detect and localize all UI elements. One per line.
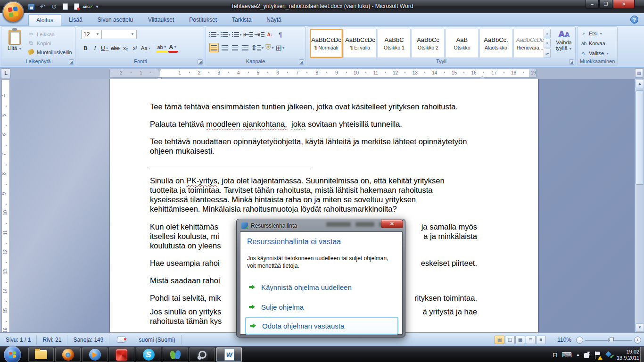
font-color-button[interactable]: A▼ xyxy=(168,43,178,53)
taskbar-button-messenger[interactable] xyxy=(163,347,188,362)
align-right-button[interactable] xyxy=(230,43,239,52)
status-words[interactable]: Sanoja: 149 xyxy=(67,335,109,345)
new-document-icon[interactable] xyxy=(61,3,69,11)
keyboard-layout-icon[interactable]: ⌨ xyxy=(561,352,572,358)
office-button[interactable] xyxy=(2,1,24,23)
change-case-button[interactable]: Aa▼ xyxy=(140,43,152,53)
qat-customize-icon[interactable]: ▼ xyxy=(95,5,99,9)
show-hidden-icons-icon[interactable]: ▲ xyxy=(576,353,580,357)
scrollbar-thumb[interactable] xyxy=(636,90,644,185)
minimize-button[interactable]: ‒ xyxy=(586,0,599,9)
web-layout-view-icon[interactable]: ▦ xyxy=(515,336,525,344)
numbered-list-button[interactable]: ▼ xyxy=(221,30,231,39)
ruler-toggle-button[interactable]: ▤ xyxy=(635,68,643,78)
quick-print-icon[interactable] xyxy=(73,3,81,11)
close-window-button[interactable]: ✕ xyxy=(613,0,635,9)
superscript-button[interactable]: x² xyxy=(131,43,140,53)
line-spacing-button[interactable]: ⇕▼ xyxy=(251,43,264,52)
show-formatting-marks-button[interactable]: ¶ xyxy=(276,30,285,39)
taskbar-button-explorer[interactable] xyxy=(28,347,54,362)
zoom-out-icon[interactable]: − xyxy=(576,337,583,344)
justify-button[interactable] xyxy=(240,43,250,52)
taskbar-button-steam[interactable] xyxy=(190,347,215,362)
style-scroll-up-icon[interactable]: ▲ xyxy=(544,29,551,38)
vertical-ruler[interactable]: 45678910111213141516 xyxy=(1,79,10,332)
tab-sivun-asettelu[interactable]: Sivun asettelu xyxy=(90,14,140,26)
increase-indent-button[interactable]: ⇥ xyxy=(254,30,264,39)
status-proofing[interactable] xyxy=(109,335,133,345)
help-icon[interactable]: ? xyxy=(630,16,638,24)
dropbox-icon[interactable]: ✓ xyxy=(605,351,612,358)
zoom-slider[interactable] xyxy=(585,337,632,344)
paste-button[interactable]: Liitä ▼ xyxy=(4,29,25,58)
command-link-2[interactable]: Sulje ohjelma xyxy=(245,301,398,313)
highlight-color-button[interactable]: ab▼ xyxy=(156,43,167,53)
taskbar-button-media-player[interactable] xyxy=(82,347,107,362)
command-link-1[interactable]: Käynnistä ohjelma uudelleen xyxy=(245,281,398,293)
draft-view-icon[interactable]: ≡ xyxy=(536,336,546,344)
show-desktop-button[interactable] xyxy=(640,347,644,362)
style-otsikko-1[interactable]: AaBbCOtsikko 1 xyxy=(378,29,411,58)
subscript-button[interactable]: x₂ xyxy=(121,43,130,53)
dialog-title-bar[interactable]: Resurssienhallinta xyxy=(241,222,297,230)
right-indent-marker[interactable] xyxy=(480,73,485,79)
tab-postitukset[interactable]: Postitukset xyxy=(182,14,224,26)
zoom-level[interactable]: 110% xyxy=(552,337,571,343)
styles-dialog-launcher-icon[interactable]: ◢ xyxy=(569,59,574,65)
zoom-slider-thumb[interactable] xyxy=(610,337,614,343)
bullet-list-button[interactable]: ▼ xyxy=(209,30,220,39)
taskbar-button-skype[interactable]: S xyxy=(136,347,161,362)
full-screen-reading-view-icon[interactable]: ◫ xyxy=(505,336,515,344)
font-size-select[interactable]: 12▼ xyxy=(81,30,102,39)
align-left-button[interactable] xyxy=(209,43,219,52)
select-button[interactable]: ⇖Valitse▼ xyxy=(581,50,609,56)
start-button[interactable] xyxy=(4,346,21,362)
dialog-close-button[interactable]: ✕ xyxy=(381,220,403,228)
language-indicator[interactable]: FI xyxy=(553,352,558,358)
tab-selector-button[interactable]: L xyxy=(1,68,11,78)
taskbar-button-firefox[interactable] xyxy=(55,347,81,362)
style-otsikko-2[interactable]: AaBbCcOtsikko 2 xyxy=(412,29,445,58)
paragraph-dialog-launcher-icon[interactable]: ◢ xyxy=(299,59,304,65)
outline-view-icon[interactable]: ≣ xyxy=(526,336,536,344)
status-line[interactable]: Rivi: 21 xyxy=(37,335,67,345)
tab-tarkista[interactable]: Tarkista xyxy=(224,14,259,26)
undo-icon[interactable]: ↶ xyxy=(39,3,47,11)
font-dialog-launcher-icon[interactable]: ◢ xyxy=(198,59,203,65)
style-hienovara[interactable]: AaBbCcDcHienovara... xyxy=(513,29,546,58)
vertical-scrollbar[interactable]: ▲ ▼ xyxy=(635,79,644,332)
clock[interactable]: 19:02 13.9.2011 xyxy=(617,349,639,361)
style-gallery-more-icon[interactable]: ≡▾ xyxy=(544,49,551,58)
replace-button[interactable]: abKorvaa xyxy=(581,41,605,46)
redo-icon[interactable]: ↺ xyxy=(50,3,58,11)
clipboard-dialog-launcher-icon[interactable]: ◢ xyxy=(69,59,74,65)
status-page[interactable]: Sivu: 1 / 1 xyxy=(0,335,37,345)
style-normaali[interactable]: AaBbCcDc¶ Normaali xyxy=(310,29,343,58)
italic-button[interactable]: I xyxy=(91,43,99,53)
status-language[interactable]: suomi (Suomi) xyxy=(133,335,181,345)
tab-näytä[interactable]: Näytä xyxy=(259,14,289,26)
restore-button[interactable]: ❐ xyxy=(599,0,612,9)
taskbar-button-game[interactable] xyxy=(109,347,134,362)
bold-button[interactable]: B xyxy=(81,43,90,53)
style-otsikko[interactable]: AaBOtsikko xyxy=(446,29,479,58)
style-ei-väliä[interactable]: AaBbCcDc¶ Ei väliä xyxy=(344,29,377,58)
print-layout-view-icon[interactable]: ▤ xyxy=(495,336,504,344)
align-center-button[interactable] xyxy=(220,43,229,52)
find-button[interactable]: ⌕Etsi▼ xyxy=(581,31,603,36)
horizontal-ruler[interactable]: 2112345678910111213141516171819 xyxy=(109,69,537,78)
style-scroll-down-icon[interactable]: ▼ xyxy=(544,39,551,48)
decrease-indent-button[interactable]: ⇤ xyxy=(243,30,253,39)
tab-viittaukset[interactable]: Viittaukset xyxy=(140,14,182,26)
change-styles-button[interactable]: AA Vaihda tyyliä ▼ xyxy=(553,29,575,59)
underline-button[interactable]: U▼ xyxy=(100,43,110,53)
borders-button[interactable]: ⊞▼ xyxy=(275,43,285,52)
action-center-icon[interactable] xyxy=(594,351,601,359)
cut-button[interactable]: ✂Leikkaa xyxy=(28,30,72,39)
zoom-in-icon[interactable]: + xyxy=(634,337,641,344)
copy-button[interactable]: ⧉Kopioi xyxy=(28,39,72,48)
sort-button[interactable]: A↓ xyxy=(265,30,275,39)
tab-lisää[interactable]: Lisää xyxy=(61,14,90,26)
power-icon[interactable] xyxy=(584,351,590,358)
save-icon[interactable] xyxy=(27,3,35,11)
